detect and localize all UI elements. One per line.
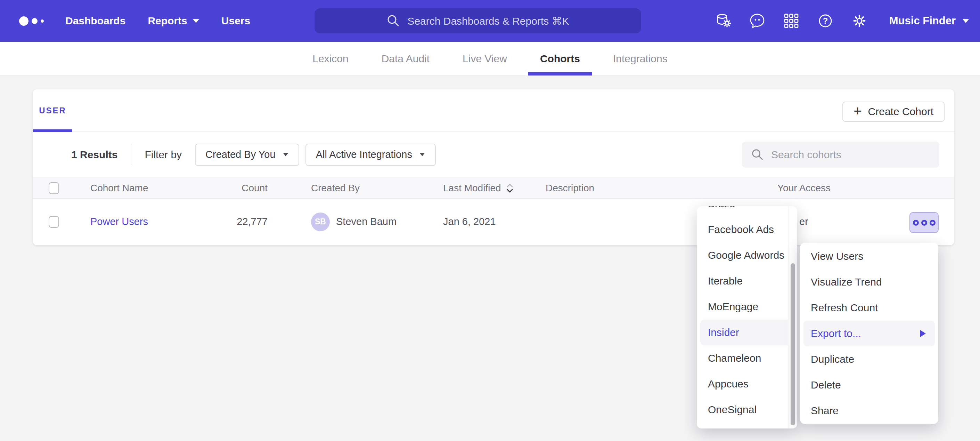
table-row: Power Users 22,777 SB Steven Baum Jan 6,… [33,199,954,244]
ellipsis-circle-icon [921,220,927,226]
row-checkbox[interactable] [49,216,59,228]
topbar-right: ? Music Finder [715,0,969,42]
tab-data-audit[interactable]: Data Audit [382,42,430,75]
feedback-icon[interactable] [749,13,765,29]
menu-item-facebook-ads[interactable]: Facebook Ads [697,217,797,243]
menu-item-share[interactable]: Share [800,398,938,423]
menu-item-google-adwords[interactable]: Google Adwords [697,243,797,268]
nav-dashboards[interactable]: Dashboards [65,15,126,27]
menu-item-appcues[interactable]: Appcues [697,371,797,397]
your-access-value-fragment: er [799,199,808,244]
project-name: Music Finder [889,14,956,27]
tab-live-view[interactable]: Live View [463,42,507,75]
project-selector[interactable]: Music Finder [889,14,969,27]
column-last-modified[interactable]: Last Modified [443,177,514,199]
menu-item-insider[interactable]: Insider [700,320,794,345]
select-all-checkbox[interactable] [49,182,59,194]
cohorts-card: USER + Create Cohort 1 Results Filter by… [33,89,954,245]
tab-integrations[interactable]: Integrations [613,42,668,75]
menu-item-braze[interactable]: Braze [697,206,797,217]
column-count[interactable]: Count [207,177,267,199]
menu-item-onesignal[interactable]: OneSignal [697,397,797,423]
column-created-by[interactable]: Created By [311,177,360,199]
created-by-name: Steven Baum [336,216,396,227]
search-icon [751,148,764,161]
tab-cohorts[interactable]: Cohorts [540,42,580,75]
chevron-down-icon [420,153,425,156]
menu-item-export-to[interactable]: Export to... [803,321,935,347]
topbar: Dashboards Reports Users Search Dashboar… [0,0,980,42]
export-integrations-menu: Braze Facebook Ads Google Adwords Iterab… [697,206,797,428]
menu-item-refresh-count[interactable]: Refresh Count [800,295,938,321]
mixpanel-logo-icon[interactable] [19,16,44,26]
topnav: Dashboards Reports Users [65,15,250,27]
menu-item-view-users[interactable]: View Users [800,243,938,269]
row-actions-button[interactable] [910,212,939,233]
section-tabbar: Lexicon Data Audit Live View Cohorts Int… [0,42,980,76]
menu-item-chameleon[interactable]: Chameleon [697,345,797,371]
nav-reports[interactable]: Reports [148,15,199,27]
avatar: SB [311,213,330,231]
filter-row: 1 Results Filter by Created By You All A… [33,132,954,177]
submenu-arrow-icon [920,330,926,337]
apps-grid-icon[interactable] [783,13,800,29]
tab-user-cohorts[interactable]: USER [33,89,72,131]
cohort-search-input[interactable] [771,149,924,161]
results-count: 1 Results [71,149,118,161]
cohort-name-link[interactable]: Power Users [91,216,148,227]
divider [130,144,131,165]
integrations-filter-dropdown[interactable]: All Active Integrations [305,144,436,166]
column-cohort-name[interactable]: Cohort Name [91,177,148,199]
cohort-type-tabs: USER + Create Cohort [33,89,954,132]
menu-item-moengage[interactable]: MoEngage [697,294,797,320]
menu-scrollbar-track [788,206,797,428]
ellipsis-circle-icon [913,220,919,226]
global-search-button[interactable]: Search Dashboards & Reports ⌘K [315,8,641,34]
svg-text:?: ? [822,16,828,26]
cohort-search-box [742,142,939,168]
filter-by-label: Filter by [145,149,182,161]
nav-users[interactable]: Users [221,15,250,27]
column-description[interactable]: Description [546,177,594,199]
search-icon [387,14,400,28]
created-by-filter-dropdown[interactable]: Created By You [195,144,299,166]
ellipsis-circle-icon [930,220,935,226]
help-icon[interactable]: ? [817,13,834,29]
global-search-placeholder: Search Dashboards & Reports ⌘K [407,15,569,27]
settings-gear-icon[interactable] [851,13,868,29]
sort-icon [505,182,514,194]
menu-item-iterable[interactable]: Iterable [697,268,797,294]
chevron-down-icon [283,153,288,156]
cohort-count: 22,777 [207,199,267,244]
menu-item-visualize-trend[interactable]: Visualize Trend [800,269,938,295]
column-your-access[interactable]: Your Access [777,177,830,199]
chevron-down-icon [963,19,969,23]
row-actions-menu: View Users Visualize Trend Refresh Count… [800,243,938,424]
created-by-cell: SB Steven Baum [311,199,396,244]
table-header: Cohort Name Count Created By Last Modifi… [33,177,954,199]
menu-item-delete[interactable]: Delete [800,372,938,398]
chevron-down-icon [193,19,199,23]
data-settings-icon[interactable] [715,13,732,29]
plus-icon: + [853,104,862,118]
create-cohort-button[interactable]: + Create Cohort [842,102,945,122]
tab-lexicon[interactable]: Lexicon [312,42,348,75]
last-modified-cell: Jan 6, 2021 [443,199,496,244]
menu-scrollbar-thumb[interactable] [791,263,795,425]
menu-item-duplicate[interactable]: Duplicate [800,347,938,372]
